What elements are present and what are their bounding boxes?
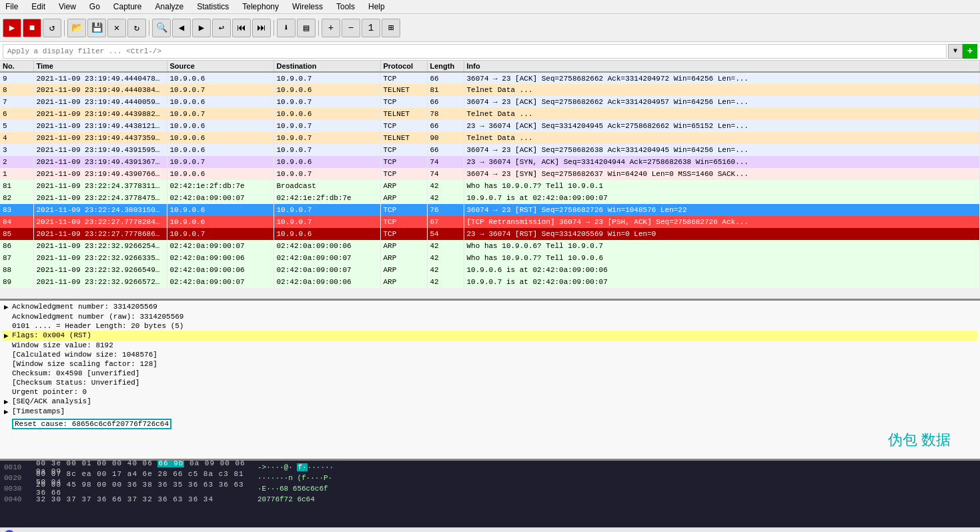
detail-item[interactable]: [Window size scaling factor: 128] xyxy=(3,359,977,369)
goto-btn[interactable]: ↩ xyxy=(212,19,231,37)
detail-item[interactable]: [Calculated window size: 1048576] xyxy=(3,350,977,359)
cell-dst: 10.9.0.6 xyxy=(274,84,380,96)
zoomout-btn[interactable]: − xyxy=(342,19,360,37)
col-header-destination[interactable]: Destination xyxy=(274,61,380,72)
cell-time: 2021-11-09 23:22:32.926633533 xyxy=(33,252,167,264)
col-header-info[interactable]: Info xyxy=(464,61,980,72)
col-header-source[interactable]: Source xyxy=(167,61,274,72)
colorize-btn[interactable]: ▤ xyxy=(297,19,316,37)
table-row[interactable]: 882021-11-09 23:22:32.92665495702:42:0a:… xyxy=(0,264,980,276)
table-row[interactable]: 812021-11-09 23:22:24.37783117402:42:1e:… xyxy=(0,180,980,192)
detail-item[interactable]: ▶Flags: 0x004 (RST) xyxy=(3,331,977,341)
cell-proto: ARP xyxy=(380,252,427,264)
detail-boxed-item[interactable]: Reset cause: 68656c6c6f20776f726c64 xyxy=(3,417,888,430)
detail-item[interactable]: ▶[Timestamps] xyxy=(3,407,977,417)
find-btn[interactable]: 🔍 xyxy=(152,19,171,37)
table-row[interactable]: 852021-11-09 23:22:27.77786864410.9.0.71… xyxy=(0,228,980,240)
col-header-protocol[interactable]: Protocol xyxy=(380,61,427,72)
cell-no: 88 xyxy=(0,264,33,276)
cell-time: 2021-11-09 23:19:49.444047873 xyxy=(33,72,167,84)
hex-highlight: 66 9b xyxy=(157,461,184,467)
status-icon[interactable]: ? xyxy=(4,530,15,533)
expand-arrow[interactable]: ▶ xyxy=(4,407,12,416)
save-btn[interactable]: 💾 xyxy=(87,19,106,37)
menu-item-help[interactable]: Help xyxy=(366,1,388,12)
cell-dst: 02:42:0a:09:00:06 xyxy=(274,240,380,252)
table-row[interactable]: 822021-11-09 23:22:24.37784759702:42:0a:… xyxy=(0,192,980,204)
cell-dst: Broadcast xyxy=(274,180,380,192)
menu-item-go[interactable]: Go xyxy=(87,1,103,12)
expand-arrow[interactable]: ▶ xyxy=(4,303,12,311)
expand-arrow[interactable]: ▶ xyxy=(4,331,12,340)
fwd-btn[interactable]: ▶ xyxy=(192,19,211,37)
menu-item-analyze[interactable]: Analyze xyxy=(153,1,187,12)
col-header-no[interactable]: No. xyxy=(0,61,33,72)
first-btn[interactable]: ⏮ xyxy=(232,19,251,37)
table-row[interactable]: 862021-11-09 23:22:32.92662540902:42:0a:… xyxy=(0,240,980,252)
toolbar-separator xyxy=(318,20,319,36)
open-btn[interactable]: 📂 xyxy=(67,19,86,37)
restart-btn[interactable]: ↺ xyxy=(43,19,61,37)
cell-src: 10.9.0.6 xyxy=(167,96,274,108)
cell-src: 02:42:0a:09:00:07 xyxy=(167,276,274,288)
table-row[interactable]: 832021-11-09 23:22:24.38031508910.9.0.61… xyxy=(0,204,980,216)
resize-btn[interactable]: ⊞ xyxy=(382,19,400,37)
hex-ascii: ·······n (f····P· xyxy=(258,474,332,482)
detail-item[interactable]: 0101 .... = Header Length: 20 bytes (5) xyxy=(3,321,977,331)
table-row[interactable]: 22021-11-09 23:19:49.43913674510.9.0.710… xyxy=(0,156,980,168)
detail-item[interactable]: [Checksum Status: Unverified] xyxy=(3,378,977,387)
cell-proto: TCP xyxy=(380,144,427,156)
col-header-length[interactable]: Length xyxy=(427,61,464,72)
cell-time: 2021-11-09 23:19:49.443988258 xyxy=(33,108,167,120)
cell-no: 1 xyxy=(0,168,33,180)
detail-item[interactable]: ▶Acknowledgment number: 3314205569 xyxy=(3,302,977,312)
table-row[interactable]: 42021-11-09 23:19:49.44373597910.9.0.610… xyxy=(0,132,980,144)
table-row[interactable]: 62021-11-09 23:19:49.44398825810.9.0.710… xyxy=(0,108,980,120)
detail-item[interactable]: ▶[SEQ/ACK analysis] xyxy=(3,397,977,407)
filter-dropdown-btn[interactable]: ▼ xyxy=(948,44,963,59)
menu-item-file[interactable]: File xyxy=(3,1,21,12)
detail-item[interactable]: Acknowledgment number (raw): 3314205569 xyxy=(3,312,977,321)
table-row[interactable]: 842021-11-09 23:22:27.77782844910.9.0.61… xyxy=(0,216,980,228)
menu-item-tools[interactable]: Tools xyxy=(334,1,358,12)
menu-item-view[interactable]: View xyxy=(56,1,79,12)
cell-info: 10.9.0.6 is at 02:42:0a:09:00:06 xyxy=(464,264,980,276)
cell-info: 23 → 36074 [SYN, ACK] Seq=3314204944 Ack… xyxy=(464,156,980,168)
detail-item[interactable]: Window size value: 8192 xyxy=(3,341,977,350)
menu-item-capture[interactable]: Capture xyxy=(111,1,145,12)
table-row[interactable]: 32021-11-09 23:19:49.43915952510.9.0.610… xyxy=(0,144,980,156)
close-btn[interactable]: ✕ xyxy=(107,19,126,37)
table-row[interactable]: 72021-11-09 23:19:49.44400599010.9.0.610… xyxy=(0,96,980,108)
menu-item-edit[interactable]: Edit xyxy=(29,1,48,12)
zoomin-btn[interactable]: + xyxy=(322,19,340,37)
table-row[interactable]: 892021-11-09 23:22:32.92665723502:42:0a:… xyxy=(0,276,980,288)
zoomreset-btn[interactable]: 1 xyxy=(362,19,380,37)
filter-input[interactable] xyxy=(3,44,947,59)
table-row[interactable]: 82021-11-09 23:19:49.44403848410.9.0.710… xyxy=(0,84,980,96)
filter-add-btn[interactable]: + xyxy=(963,44,977,59)
cell-src: 10.9.0.6 xyxy=(167,216,274,228)
menu-item-wireless[interactable]: Wireless xyxy=(290,1,326,12)
back-btn[interactable]: ◀ xyxy=(172,19,191,37)
expand-arrow[interactable]: ▶ xyxy=(4,397,12,406)
start-btn[interactable]: ▶ xyxy=(3,19,21,37)
col-header-time[interactable]: Time xyxy=(33,61,167,72)
table-row[interactable]: 872021-11-09 23:22:32.92663353302:42:0a:… xyxy=(0,252,980,264)
menu-item-statistics[interactable]: Statistics xyxy=(194,1,231,12)
cell-src: 10.9.0.6 xyxy=(167,72,274,84)
stop-btn[interactable]: ■ xyxy=(23,19,41,37)
table-row[interactable]: 52021-11-09 23:19:49.44381213210.9.0.610… xyxy=(0,120,980,132)
statusbar: ? Transmission Control Protocol (tcp), 2… xyxy=(0,527,980,532)
cell-dst: 02:42:0a:09:00:06 xyxy=(274,276,380,288)
menu-item-telephony[interactable]: Telephony xyxy=(239,1,282,12)
autoscroll-btn[interactable]: ⬇ xyxy=(277,19,296,37)
table-row[interactable]: 12021-11-09 23:19:49.43907665110.9.0.610… xyxy=(0,168,980,180)
last-btn[interactable]: ⏭ xyxy=(252,19,271,37)
cell-time: 2021-11-09 23:19:49.439159525 xyxy=(33,144,167,156)
detail-item[interactable]: Urgent pointer: 0 xyxy=(3,387,977,397)
detail-item[interactable]: Checksum: 0x4598 [unverified] xyxy=(3,369,977,378)
cell-proto: ARP xyxy=(380,180,427,192)
cell-proto: TCP xyxy=(380,156,427,168)
table-row[interactable]: 92021-11-09 23:19:49.44404787310.9.0.610… xyxy=(0,72,980,84)
reload-btn[interactable]: ↻ xyxy=(127,19,146,37)
